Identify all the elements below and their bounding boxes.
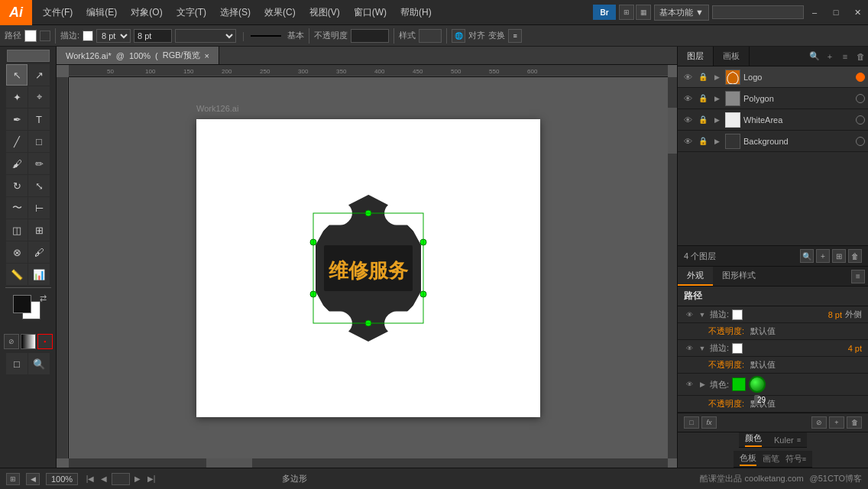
stroke-swatch-1[interactable] <box>732 309 743 320</box>
swap-colors-icon[interactable]: ⇄ <box>40 293 47 303</box>
stroke-expand-1[interactable]: ▼ <box>698 310 707 319</box>
close-button[interactable]: ✕ <box>847 5 868 20</box>
appear-menu-icon[interactable]: ≡ <box>851 270 865 283</box>
layer-expand-background[interactable]: ▶ <box>711 136 722 147</box>
move-to-layer-btn[interactable]: ⊞ <box>832 249 846 263</box>
v-scrollbar[interactable] <box>668 77 677 458</box>
fill-color-swatch[interactable] <box>24 30 37 42</box>
layer-expand-polygon[interactable]: ▶ <box>711 93 722 104</box>
prev-page-btn[interactable]: ◀ <box>98 473 110 485</box>
stroke-swatch[interactable] <box>83 31 93 41</box>
eyedrop-tool[interactable]: 🖋 <box>28 241 50 263</box>
delete-layer-btn[interactable]: 🗑 <box>848 249 862 263</box>
brushes-tab[interactable]: 画笔 <box>763 453 779 465</box>
active-tab[interactable]: Work126.ai* @ 100% ( RGB/预览 × <box>57 47 219 64</box>
color-panel-menu[interactable]: ≡ <box>797 436 801 444</box>
zoom-tool[interactable]: 🔍 <box>28 353 50 374</box>
paintbrush-tool[interactable]: 🖌 <box>6 153 28 174</box>
maximize-button[interactable]: □ <box>825 5 847 20</box>
artboards-tab[interactable]: 画板 <box>714 47 750 66</box>
color-tab[interactable]: 颜色 <box>745 432 762 447</box>
delete-layer-icon[interactable]: 🗑 <box>853 49 868 64</box>
symbols-tab[interactable]: 符号 <box>785 453 802 465</box>
menu-effect[interactable]: 效果(C) <box>258 3 302 22</box>
opacity-value-1[interactable]: 默认值 <box>750 325 776 337</box>
tools-toggle[interactable]: ⊞ <box>6 473 20 485</box>
search-layers-icon[interactable]: 🔍 <box>807 49 822 64</box>
search-input[interactable] <box>712 5 804 19</box>
menu-view[interactable]: 视图(V) <box>303 3 346 22</box>
fill-expand[interactable]: ▶ <box>698 380 707 389</box>
layer-vis-background[interactable]: 👁 <box>681 134 695 148</box>
transparency-input[interactable]: 100% <box>351 29 389 43</box>
menu-object[interactable]: 对象(O) <box>125 3 168 22</box>
menu-select[interactable]: 选择(S) <box>214 3 257 22</box>
layers-tab[interactable]: 图层 <box>678 47 714 66</box>
page-input[interactable]: 1 <box>112 473 130 485</box>
layer-item-polygon[interactable]: 👁 🔒 ▶ Polygon <box>678 88 868 109</box>
appearance-tab[interactable]: 外观 <box>678 267 713 286</box>
stroke-vis-1[interactable]: 👁 <box>684 309 695 320</box>
stroke-size-input[interactable] <box>134 29 172 43</box>
bridge-button[interactable]: Br <box>593 5 616 20</box>
menu-help[interactable]: 帮助(H) <box>394 3 438 22</box>
select-tool[interactable]: ↖ <box>6 64 28 86</box>
fill-swatch[interactable] <box>732 377 746 391</box>
width-tool[interactable]: ⊢ <box>28 197 50 219</box>
direct-select-tool[interactable]: ↗ <box>28 64 50 86</box>
pattern-icon[interactable]: ▪ <box>37 334 53 349</box>
none-icon[interactable]: ⊘ <box>4 334 19 349</box>
stroke-type-select[interactable] <box>175 29 236 43</box>
clear-btn[interactable]: ⊘ <box>811 416 827 429</box>
fx-btn[interactable]: fx <box>701 416 717 429</box>
last-page-btn[interactable]: ▶| <box>145 473 157 485</box>
text-tool[interactable]: T <box>28 108 50 130</box>
stroke-swatch-2[interactable] <box>732 343 743 354</box>
view-icon-1[interactable]: ⊞ <box>619 5 634 20</box>
layer-lock-polygon[interactable]: 🔒 <box>696 92 710 105</box>
menu-file[interactable]: 文件(F) <box>37 3 79 22</box>
lasso-tool[interactable]: ⌖ <box>28 86 50 108</box>
layer-expand-whitearea[interactable]: ▶ <box>711 115 722 125</box>
v-scroll-thumb[interactable] <box>668 108 677 154</box>
web-icon[interactable]: 🌐 <box>452 29 465 43</box>
pen-tool[interactable]: ✒ <box>6 108 28 130</box>
shape-tool[interactable]: □ <box>28 131 50 152</box>
workspace-selector[interactable]: 基本功能 ▼ <box>654 5 709 21</box>
blend-tool[interactable]: ⊗ <box>6 241 28 263</box>
zoom-display[interactable]: 100% <box>46 473 78 485</box>
layer-lock-whitearea[interactable]: 🔒 <box>696 113 710 127</box>
layer-item-logo[interactable]: 👁 🔒 ▶ Logo <box>678 66 868 88</box>
kuler-tab[interactable]: Kuler <box>774 436 794 445</box>
new-art-btn[interactable]: □ <box>684 416 699 429</box>
stroke-expand-2[interactable]: ▼ <box>698 344 707 353</box>
stroke-width-select[interactable]: 8 pt <box>96 29 131 43</box>
menu-edit[interactable]: 编辑(E) <box>80 3 123 22</box>
foreground-color-box[interactable] <box>13 295 31 313</box>
scale-tool[interactable]: ⤡ <box>28 175 50 196</box>
minimize-button[interactable]: – <box>804 5 825 20</box>
nav-left[interactable]: ◀ <box>26 473 40 485</box>
measure-tool[interactable]: 📏 <box>6 264 28 285</box>
chart-tool[interactable]: 📊 <box>28 264 50 285</box>
find-layers-btn[interactable]: 🔍 <box>800 249 814 263</box>
swatch-tab[interactable]: 色板 <box>740 452 756 466</box>
view-icon-2[interactable]: ▦ <box>636 5 651 20</box>
pencil-tool[interactable]: ✏ <box>28 153 50 174</box>
stroke-vis-2[interactable]: 👁 <box>684 343 695 354</box>
mesh-tool[interactable]: ⊞ <box>28 219 50 241</box>
stroke-value-2[interactable]: 4 pt <box>848 344 862 353</box>
h-scroll-thumb[interactable] <box>206 458 252 468</box>
layer-vis-logo[interactable]: 👁 <box>681 70 695 84</box>
more-icon[interactable]: ≡ <box>508 29 522 43</box>
line-tool[interactable]: ╱ <box>6 131 28 152</box>
swatch-panel-menu[interactable]: ≡ <box>802 455 806 463</box>
screen-mode-tool[interactable]: □ <box>6 353 28 374</box>
graphic-styles-tab[interactable]: 图形样式 <box>713 267 765 286</box>
layer-menu-icon[interactable]: ≡ <box>837 49 853 64</box>
next-page-btn[interactable]: ▶ <box>131 473 144 485</box>
gradient-swatch[interactable] <box>21 334 36 349</box>
style-preview[interactable] <box>419 29 442 43</box>
fill-circle[interactable]: 29 <box>749 376 766 393</box>
layer-item-whitearea[interactable]: 👁 🔒 ▶ WhiteArea <box>678 109 868 131</box>
